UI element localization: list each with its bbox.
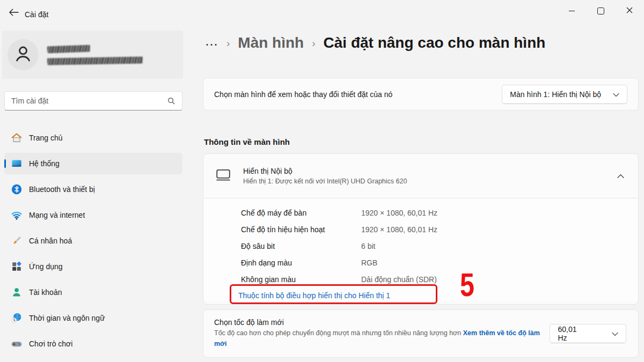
close-icon (626, 7, 633, 15)
detail-label: Không gian màu (241, 275, 361, 284)
detail-label: Chế độ tín hiệu hiện hoạt (241, 225, 361, 234)
gamepad-icon (11, 338, 23, 350)
search-box[interactable] (4, 91, 182, 110)
sidebar-item-label: Mạng và internet (29, 211, 85, 219)
bluetooth-icon (11, 183, 23, 195)
sidebar-item-time-language[interactable]: Thời gian và ngôn ngữ (4, 307, 182, 329)
breadcrumb-separator-icon: › (312, 36, 315, 49)
detail-value: Dải động chuẩn (SDR) (361, 275, 437, 284)
breadcrumb-ellipsis[interactable]: ⋯ (205, 35, 218, 51)
display-info-titles: Hiển thị Nội bộ Hiển thị 1: Được kết nối… (243, 167, 407, 185)
back-arrow-icon (9, 9, 19, 18)
sidebar-item-label: Trang chủ (29, 134, 63, 142)
detail-row-active-signal-mode: Chế độ tín hiệu hiện hoạt 1920 × 1080, 6… (241, 221, 638, 238)
selected-indicator (4, 159, 6, 168)
breadcrumb: ⋯ › Màn hình › Cài đặt nâng cao cho màn … (205, 34, 545, 51)
breadcrumb-parent[interactable]: Màn hình (238, 34, 304, 51)
detail-label: Định dạng màu (241, 258, 361, 267)
display-info-card: Hiển thị Nội bộ Hiển thị 1: Được kết nối… (203, 153, 639, 305)
sidebar-item-apps[interactable]: Ứng dụng (4, 256, 182, 277)
refresh-rate-description: Tốc độ cao hơn cho phép chuyển động mượt… (214, 328, 550, 349)
home-icon (11, 132, 23, 144)
sidebar-item-label: Hệ thống (29, 159, 60, 168)
display-select-dropdown[interactable]: Màn hình 1: Hiển thị Nội bộ (502, 85, 627, 104)
detail-value: 1920 × 1080, 60,01 Hz (361, 225, 437, 234)
sidebar-item-label: Chơi trò chơi (29, 339, 72, 348)
sidebar-item-label: Tài khoản (29, 288, 62, 297)
user-account-card[interactable] (2, 31, 183, 79)
sidebar-item-accounts[interactable]: Tài khoản (4, 282, 182, 303)
detail-row-desktop-mode: Chế độ máy để bàn 1920 × 1080, 60,01 Hz (241, 204, 638, 221)
settings-window: Cài đặt T (0, 0, 644, 362)
redacted-user-name (47, 46, 143, 64)
sidebar-item-home[interactable]: Trang chủ (4, 127, 182, 149)
adapter-link-row: Thuộc tính bộ điều hợp hiển thị cho Hiển… (238, 291, 638, 300)
detail-label: Độ sâu bit (241, 242, 361, 250)
refresh-rate-value: 60,01 Hz (558, 325, 587, 342)
window-controls (557, 0, 644, 21)
minimize-icon (569, 11, 575, 11)
detail-value: 1920 × 1080, 60,01 Hz (361, 209, 437, 217)
display-info-details: Chế độ máy để bàn 1920 × 1080, 60,01 Hz … (203, 198, 638, 300)
sidebar-item-bluetooth-devices[interactable]: Bluetooth và thiết bị (4, 179, 182, 200)
redacted-email-line (47, 56, 143, 65)
page-title: Cài đặt nâng cao cho màn hình (324, 34, 546, 51)
maximize-button[interactable] (586, 0, 615, 21)
detail-row-color-space: Không gian màu Dải động chuẩn (SDR) (241, 271, 638, 287)
chevron-up-icon[interactable] (617, 174, 624, 179)
section-title: Thông tin về màn hình (204, 137, 290, 146)
display-select-value: Màn hình 1: Hiển thị Nội bộ (510, 90, 601, 99)
select-display-label: Chọn màn hình để xem hoặc thay đổi thiết… (214, 90, 392, 99)
detail-value: RGB (361, 258, 377, 267)
display-info-header[interactable]: Hiển thị Nội bộ Hiển thị 1: Được kết nối… (203, 154, 638, 198)
back-button[interactable] (4, 5, 23, 20)
minimize-button[interactable] (557, 0, 586, 21)
chevron-down-icon (613, 90, 619, 99)
refresh-rate-description-text: Tốc độ cao hơn cho phép chuyển động mượt… (214, 329, 463, 337)
sidebar-item-label: Thời gian và ngôn ngữ (29, 314, 105, 322)
display-connection-info: Hiển thị 1: Được kết nối với Intel(R) UH… (243, 178, 407, 185)
sidebar-item-gaming[interactable]: Chơi trò chơi (4, 333, 182, 354)
annotation-step-number: 5 (460, 268, 474, 301)
redacted-name-line (47, 45, 90, 53)
avatar (8, 39, 39, 70)
window-title: Cài đặt (25, 10, 48, 19)
monitor-icon (215, 168, 231, 184)
sidebar-item-label: Bluetooth và thiết bị (29, 185, 95, 194)
refresh-rate-text: Chọn tốc độ làm mới Tốc độ cao hơn cho p… (214, 318, 550, 349)
wifi-icon (11, 209, 23, 221)
sidebar-item-network-internet[interactable]: Mạng và internet (4, 204, 182, 226)
person-icon (13, 44, 33, 65)
refresh-rate-card: Chọn tốc độ làm mới Tốc độ cao hơn cho p… (203, 309, 639, 358)
apps-icon (11, 261, 23, 272)
sidebar-item-label: Ứng dụng (29, 262, 63, 271)
detail-row-color-format: Định dạng màu RGB (241, 254, 638, 271)
sidebar-item-personalization[interactable]: Cá nhân hoá (4, 230, 182, 252)
search-input[interactable] (5, 97, 167, 105)
sidebar-item-system[interactable]: Hệ thống (4, 153, 182, 174)
sidebar-item-label: Cá nhân hoá (29, 237, 72, 245)
system-icon (11, 158, 23, 169)
breadcrumb-separator-icon: › (226, 36, 230, 49)
account-person-icon (11, 286, 23, 298)
refresh-rate-dropdown[interactable]: 60,01 Hz (550, 324, 626, 343)
chevron-down-icon (612, 329, 618, 338)
display-adapter-properties-link[interactable]: Thuộc tính bộ điều hợp hiển thị cho Hiển… (238, 291, 390, 300)
refresh-rate-title: Chọn tốc độ làm mới (214, 318, 550, 327)
select-display-card: Chọn màn hình để xem hoặc thay đổi thiết… (203, 78, 639, 110)
sidebar-nav: Trang chủ Hệ thống Bluetooth và thiết bị… (4, 127, 182, 359)
close-button[interactable] (615, 0, 644, 21)
search-icon[interactable] (167, 97, 175, 105)
time-language-icon (11, 312, 23, 324)
detail-value: 6 bit (361, 242, 375, 250)
detail-row-bit-depth: Độ sâu bit 6 bit (241, 238, 638, 254)
titlebar: Cài đặt (0, 0, 644, 26)
display-name: Hiển thị Nội bộ (243, 167, 407, 175)
maximize-icon (597, 8, 604, 14)
paintbrush-icon (11, 235, 23, 247)
detail-label: Chế độ máy để bàn (241, 209, 361, 217)
